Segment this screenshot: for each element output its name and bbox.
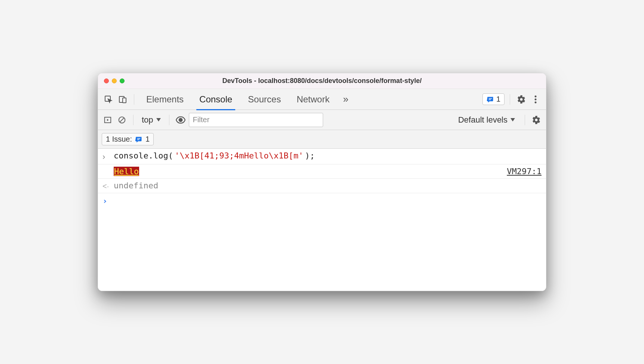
console-output-row: Hello VM297:1	[98, 164, 546, 179]
issues-icon	[135, 136, 142, 143]
maximize-window-button[interactable]	[120, 78, 125, 83]
live-expression-icon[interactable]	[175, 114, 187, 126]
svg-rect-13	[137, 139, 139, 140]
code-prefix: console.log(	[114, 151, 173, 160]
input-chevron-icon	[102, 154, 105, 161]
chevron-down-icon	[156, 118, 161, 121]
context-label: top	[142, 115, 153, 125]
prompt-chevron-icon: ›	[102, 196, 107, 206]
svg-rect-2	[123, 98, 126, 103]
svg-rect-3	[489, 98, 492, 99]
divider	[169, 115, 169, 125]
filter-input[interactable]	[189, 113, 323, 127]
more-menu-icon[interactable]	[530, 93, 542, 105]
chevron-down-icon	[510, 118, 515, 121]
console-input-row: console.log('\x1B[41;93;4mHello\x1B[m');	[98, 149, 546, 164]
tab-sources[interactable]: Sources	[241, 89, 288, 110]
settings-gear-icon[interactable]	[515, 93, 527, 105]
issues-pill[interactable]: 1 Issue: 1	[102, 133, 154, 145]
divider	[525, 115, 525, 125]
console-body: console.log('\x1B[41;93;4mHello\x1B[m');…	[98, 149, 546, 291]
source-link[interactable]: VM297:1	[507, 167, 542, 176]
svg-point-7	[535, 101, 537, 103]
divider	[133, 115, 134, 125]
window-title: DevTools - localhost:8080/docs/devtools/…	[98, 77, 546, 85]
tabs-overflow-icon[interactable]: »	[338, 89, 353, 110]
issues-count: 1	[145, 135, 150, 144]
svg-rect-12	[137, 138, 140, 139]
titlebar: DevTools - localhost:8080/docs/devtools/…	[98, 73, 546, 89]
issues-row: 1 Issue: 1	[98, 130, 546, 149]
console-toolbar: top Default levels	[98, 110, 546, 130]
svg-line-10	[120, 118, 124, 122]
close-window-button[interactable]	[104, 78, 109, 83]
svg-point-6	[535, 98, 537, 100]
tab-network[interactable]: Network	[290, 89, 336, 110]
svg-point-5	[535, 95, 537, 97]
svg-rect-4	[489, 99, 491, 100]
code-suffix: );	[305, 151, 315, 160]
console-prompt-row[interactable]: ›	[98, 193, 546, 209]
divider	[510, 94, 510, 105]
console-return-row: <· undefined	[98, 179, 546, 193]
return-chevron-icon: <·	[102, 182, 109, 190]
issues-label: 1 Issue:	[106, 135, 132, 144]
svg-point-11	[178, 118, 183, 122]
toggle-sidebar-icon[interactable]	[102, 114, 114, 126]
tab-elements[interactable]: Elements	[139, 89, 190, 110]
issues-badge-count: 1	[496, 95, 500, 104]
levels-label: Default levels	[458, 115, 507, 125]
minimize-window-button[interactable]	[112, 78, 117, 83]
inspect-element-icon[interactable]	[102, 93, 114, 105]
console-settings-gear-icon[interactable]	[530, 114, 542, 126]
context-selector[interactable]: top	[139, 115, 164, 125]
ansi-output-text: Hello	[114, 167, 139, 176]
device-toolbar-icon[interactable]	[117, 93, 129, 105]
clear-console-icon[interactable]	[116, 114, 128, 126]
tab-console[interactable]: Console	[193, 89, 239, 110]
main-tabs-row: Elements Console Sources Network » 1	[98, 89, 546, 110]
log-levels-selector[interactable]: Default levels	[454, 115, 519, 125]
divider	[134, 94, 134, 105]
code-string: '\x1B[41;93;4mHello\x1B[m'	[175, 151, 303, 160]
return-value: undefined	[114, 181, 158, 190]
traffic-lights	[104, 78, 125, 83]
issues-badge[interactable]: 1	[482, 93, 505, 105]
issues-icon	[487, 96, 494, 103]
devtools-window: DevTools - localhost:8080/docs/devtools/…	[98, 73, 546, 291]
